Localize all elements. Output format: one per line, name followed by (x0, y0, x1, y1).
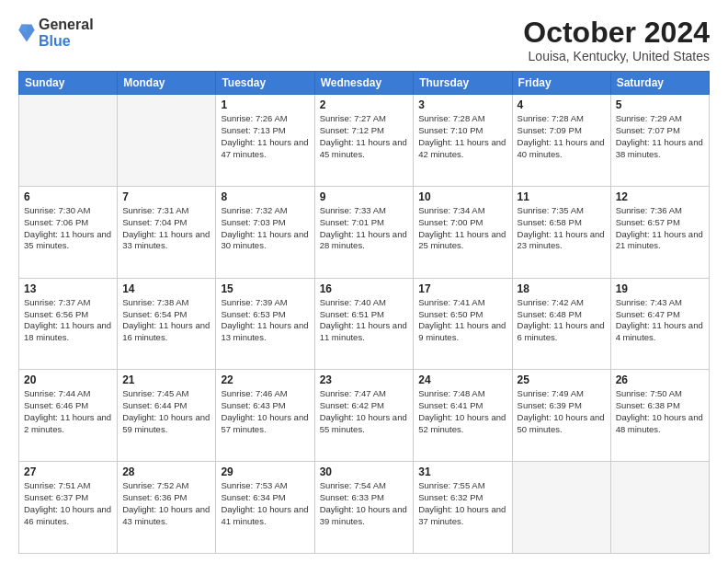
day-info: Sunrise: 7:53 AM Sunset: 6:34 PM Dayligh… (221, 480, 309, 527)
day-number: 11 (518, 190, 606, 203)
col-header-friday: Friday (512, 72, 610, 95)
day-number: 30 (320, 465, 409, 478)
calendar-cell: 27Sunrise: 7:51 AM Sunset: 6:37 PM Dayli… (19, 462, 118, 554)
calendar-cell: 4Sunrise: 7:28 AM Sunset: 7:09 PM Daylig… (512, 95, 610, 187)
calendar-cell: 24Sunrise: 7:48 AM Sunset: 6:41 PM Dayli… (414, 370, 512, 462)
day-number: 20 (24, 373, 112, 386)
day-info: Sunrise: 7:51 AM Sunset: 6:37 PM Dayligh… (24, 480, 112, 527)
calendar-cell: 2Sunrise: 7:27 AM Sunset: 7:12 PM Daylig… (314, 95, 414, 187)
day-info: Sunrise: 7:28 AM Sunset: 7:09 PM Dayligh… (518, 113, 606, 160)
day-info: Sunrise: 7:29 AM Sunset: 7:07 PM Dayligh… (616, 113, 704, 160)
day-number: 29 (221, 465, 309, 478)
day-info: Sunrise: 7:50 AM Sunset: 6:38 PM Dayligh… (616, 388, 704, 435)
day-number: 14 (122, 282, 210, 295)
day-info: Sunrise: 7:52 AM Sunset: 6:36 PM Dayligh… (122, 480, 210, 527)
day-number: 18 (518, 282, 606, 295)
day-info: Sunrise: 7:26 AM Sunset: 7:13 PM Dayligh… (221, 113, 309, 160)
day-info: Sunrise: 7:48 AM Sunset: 6:41 PM Dayligh… (418, 388, 506, 435)
day-number: 28 (122, 465, 210, 478)
calendar-cell: 23Sunrise: 7:47 AM Sunset: 6:42 PM Dayli… (314, 370, 414, 462)
calendar-cell: 16Sunrise: 7:40 AM Sunset: 6:51 PM Dayli… (314, 278, 414, 370)
col-header-tuesday: Tuesday (216, 72, 314, 95)
day-number: 1 (221, 98, 309, 111)
day-number: 21 (122, 373, 210, 386)
calendar-week-row: 27Sunrise: 7:51 AM Sunset: 6:37 PM Dayli… (19, 462, 710, 554)
calendar-cell: 11Sunrise: 7:35 AM Sunset: 6:58 PM Dayli… (512, 186, 610, 278)
calendar-cell (512, 462, 610, 554)
calendar-cell: 17Sunrise: 7:41 AM Sunset: 6:50 PM Dayli… (414, 278, 512, 370)
day-number: 10 (418, 190, 506, 203)
calendar-cell: 31Sunrise: 7:55 AM Sunset: 6:32 PM Dayli… (414, 462, 512, 554)
logo: General Blue (18, 17, 94, 49)
day-info: Sunrise: 7:32 AM Sunset: 7:03 PM Dayligh… (221, 205, 309, 252)
col-header-saturday: Saturday (610, 72, 709, 95)
title-block: October 2024 Louisa, Kentucky, United St… (523, 17, 710, 63)
day-number: 5 (616, 98, 704, 111)
day-info: Sunrise: 7:54 AM Sunset: 6:33 PM Dayligh… (320, 480, 409, 527)
day-info: Sunrise: 7:30 AM Sunset: 7:06 PM Dayligh… (24, 205, 112, 252)
calendar-cell: 28Sunrise: 7:52 AM Sunset: 6:36 PM Dayli… (118, 462, 216, 554)
calendar-cell: 7Sunrise: 7:31 AM Sunset: 7:04 PM Daylig… (118, 186, 216, 278)
day-info: Sunrise: 7:42 AM Sunset: 6:48 PM Dayligh… (518, 297, 606, 344)
day-info: Sunrise: 7:28 AM Sunset: 7:10 PM Dayligh… (418, 113, 506, 160)
logo-text: General Blue (39, 17, 94, 49)
calendar-table: SundayMondayTuesdayWednesdayThursdayFrid… (18, 71, 710, 554)
col-header-wednesday: Wednesday (314, 72, 414, 95)
day-number: 25 (518, 373, 606, 386)
calendar-cell: 13Sunrise: 7:37 AM Sunset: 6:56 PM Dayli… (19, 278, 118, 370)
calendar-cell: 12Sunrise: 7:36 AM Sunset: 6:57 PM Dayli… (610, 186, 709, 278)
day-info: Sunrise: 7:36 AM Sunset: 6:57 PM Dayligh… (616, 205, 704, 252)
day-number: 3 (418, 98, 506, 111)
day-number: 8 (221, 190, 309, 203)
calendar-cell: 5Sunrise: 7:29 AM Sunset: 7:07 PM Daylig… (610, 95, 709, 187)
calendar-cell: 6Sunrise: 7:30 AM Sunset: 7:06 PM Daylig… (19, 186, 118, 278)
day-info: Sunrise: 7:38 AM Sunset: 6:54 PM Dayligh… (122, 297, 210, 344)
day-number: 31 (418, 465, 506, 478)
day-info: Sunrise: 7:41 AM Sunset: 6:50 PM Dayligh… (418, 297, 506, 344)
day-info: Sunrise: 7:39 AM Sunset: 6:53 PM Dayligh… (221, 297, 309, 344)
calendar-cell: 3Sunrise: 7:28 AM Sunset: 7:10 PM Daylig… (414, 95, 512, 187)
day-number: 26 (616, 373, 704, 386)
calendar-cell: 22Sunrise: 7:46 AM Sunset: 6:43 PM Dayli… (216, 370, 314, 462)
day-info: Sunrise: 7:27 AM Sunset: 7:12 PM Dayligh… (320, 113, 409, 160)
day-info: Sunrise: 7:43 AM Sunset: 6:47 PM Dayligh… (616, 297, 704, 344)
day-info: Sunrise: 7:49 AM Sunset: 6:39 PM Dayligh… (518, 388, 606, 435)
day-info: Sunrise: 7:31 AM Sunset: 7:04 PM Dayligh… (122, 205, 210, 252)
calendar-cell: 1Sunrise: 7:26 AM Sunset: 7:13 PM Daylig… (216, 95, 314, 187)
calendar-cell: 15Sunrise: 7:39 AM Sunset: 6:53 PM Dayli… (216, 278, 314, 370)
logo-icon (18, 23, 35, 43)
page: General Blue October 2024 Louisa, Kentuc… (0, 0, 728, 563)
day-number: 4 (518, 98, 606, 111)
calendar-week-row: 20Sunrise: 7:44 AM Sunset: 6:46 PM Dayli… (19, 370, 710, 462)
calendar-cell: 18Sunrise: 7:42 AM Sunset: 6:48 PM Dayli… (512, 278, 610, 370)
day-number: 7 (122, 190, 210, 203)
day-number: 2 (320, 98, 409, 111)
logo-general: General (39, 17, 94, 33)
day-info: Sunrise: 7:47 AM Sunset: 6:42 PM Dayligh… (320, 388, 409, 435)
day-info: Sunrise: 7:46 AM Sunset: 6:43 PM Dayligh… (221, 388, 309, 435)
calendar-cell: 29Sunrise: 7:53 AM Sunset: 6:34 PM Dayli… (216, 462, 314, 554)
month-title: October 2024 (523, 17, 710, 49)
day-number: 19 (616, 282, 704, 295)
day-info: Sunrise: 7:55 AM Sunset: 6:32 PM Dayligh… (418, 480, 506, 527)
day-number: 6 (24, 190, 112, 203)
day-number: 24 (418, 373, 506, 386)
calendar-cell (118, 95, 216, 187)
calendar-header-row: SundayMondayTuesdayWednesdayThursdayFrid… (19, 72, 710, 95)
calendar-cell: 25Sunrise: 7:49 AM Sunset: 6:39 PM Dayli… (512, 370, 610, 462)
calendar-cell: 8Sunrise: 7:32 AM Sunset: 7:03 PM Daylig… (216, 186, 314, 278)
col-header-monday: Monday (118, 72, 216, 95)
calendar-cell: 10Sunrise: 7:34 AM Sunset: 7:00 PM Dayli… (414, 186, 512, 278)
day-number: 13 (24, 282, 112, 295)
col-header-sunday: Sunday (19, 72, 118, 95)
location: Louisa, Kentucky, United States (523, 49, 710, 63)
header: General Blue October 2024 Louisa, Kentuc… (18, 17, 710, 63)
calendar-cell: 26Sunrise: 7:50 AM Sunset: 6:38 PM Dayli… (610, 370, 709, 462)
calendar-cell: 20Sunrise: 7:44 AM Sunset: 6:46 PM Dayli… (19, 370, 118, 462)
logo-blue: Blue (39, 33, 94, 50)
calendar-week-row: 1Sunrise: 7:26 AM Sunset: 7:13 PM Daylig… (19, 95, 710, 187)
day-number: 22 (221, 373, 309, 386)
calendar-cell: 30Sunrise: 7:54 AM Sunset: 6:33 PM Dayli… (314, 462, 414, 554)
calendar-cell (19, 95, 118, 187)
calendar-cell: 14Sunrise: 7:38 AM Sunset: 6:54 PM Dayli… (118, 278, 216, 370)
